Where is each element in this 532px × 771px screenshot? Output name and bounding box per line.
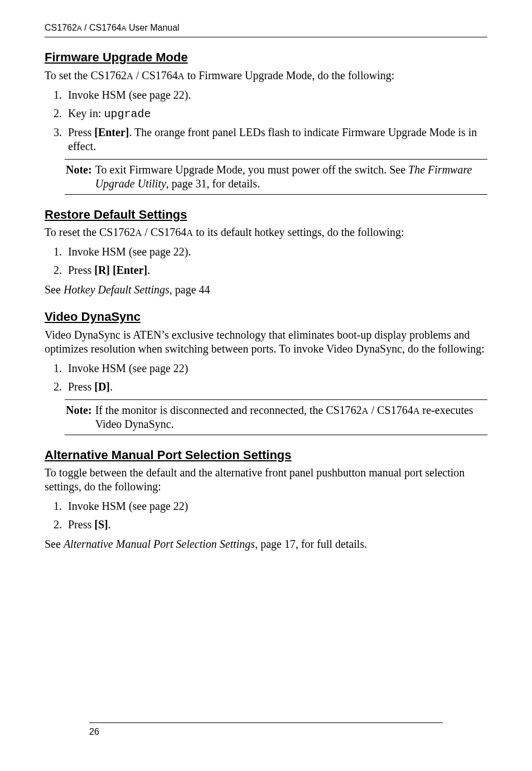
note-firmware: Note: To exit Firmware Upgrade Mode, you… <box>65 159 487 195</box>
step: Invoke HSM (see page 22). <box>65 245 487 259</box>
heading-restore-default: Restore Default Settings <box>45 207 487 223</box>
page-header: CS1762A / CS1764A User Manual <box>45 22 487 37</box>
note-label: Note: <box>66 403 95 431</box>
step: Press [S]. <box>65 518 487 532</box>
steps-restore: Invoke HSM (see page 22). Press [R] [Ent… <box>45 245 487 277</box>
after-altport: See Alternative Manual Port Selection Se… <box>45 537 487 551</box>
heading-alt-manual-port: Alternative Manual Port Selection Settin… <box>45 447 487 463</box>
intro-restore: To reset the CS1762A / CS1764A to its de… <box>45 225 487 239</box>
steps-altport: Invoke HSM (see page 22) Press [S]. <box>45 499 487 532</box>
intro-dynasync: Video DynaSync is ATEN’s exclusive techn… <box>45 328 487 356</box>
step: Press [D]. <box>65 380 487 394</box>
step: Invoke HSM (see page 22) <box>65 362 487 375</box>
note-text: To exit Firmware Upgrade Mode, you must … <box>95 163 486 191</box>
steps-dynasync: Invoke HSM (see page 22) Press [D]. <box>45 362 487 394</box>
step: Press [Enter]. The orange front panel LE… <box>65 126 487 153</box>
page-number: 26 <box>89 727 99 736</box>
steps-firmware: Invoke HSM (see page 22). Key in: upgrad… <box>45 88 487 153</box>
note-text: If the monitor is disconnected and recon… <box>95 403 486 431</box>
after-restore: See Hotkey Default Settings, page 44 <box>45 283 487 297</box>
page-footer: 26 <box>89 722 443 738</box>
step: Press [R] [Enter]. <box>65 263 487 277</box>
intro-firmware: To set the CS1762A / CS1764A to Firmware… <box>45 69 487 83</box>
step: Invoke HSM (see page 22). <box>65 88 487 102</box>
step: Key in: upgrade <box>65 107 487 121</box>
heading-firmware-upgrade-mode: Firmware Upgrade Mode <box>45 50 487 65</box>
intro-altport: To toggle between the default and the al… <box>45 466 487 494</box>
step: Invoke HSM (see page 22) <box>65 499 487 513</box>
note-label: Note: <box>66 163 95 191</box>
note-dynasync: Note: If the monitor is disconnected and… <box>65 399 487 435</box>
heading-video-dynasync: Video DynaSync <box>45 309 487 325</box>
